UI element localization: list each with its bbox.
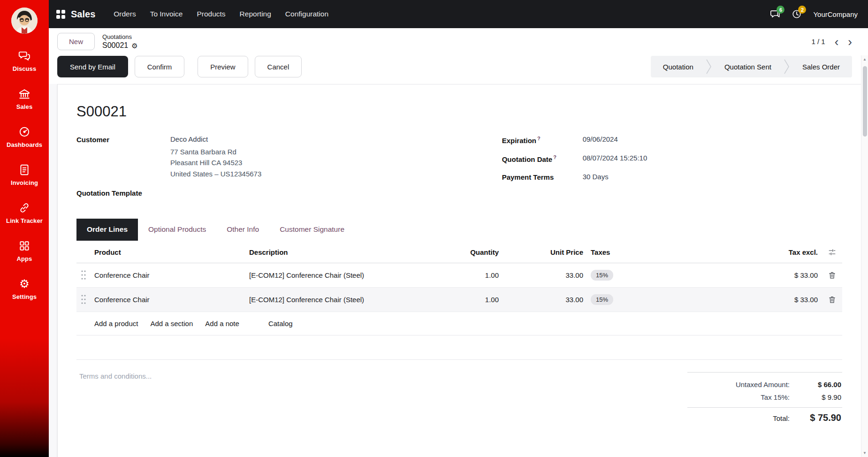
cell-product[interactable]: Conference Chair [91,289,245,310]
preview-button[interactable]: Preview [198,56,248,77]
invoicing-icon [18,164,30,176]
vertical-scrollbar[interactable]: ▲ ▼ [861,55,868,457]
scroll-up-icon[interactable]: ▲ [863,55,867,63]
status-arrow-icon [784,56,790,77]
order-line-row[interactable]: Conference Chair [E-COM12] Conference Ch… [76,288,842,312]
tax-label: Tax 15%: [761,393,790,401]
control-panel: New Quotations S00021 ⚙ 1 / 1 ‹ › Send b… [49,28,868,84]
help-icon: ? [537,136,541,141]
tax-badge[interactable]: 15% [591,294,613,305]
order-line-row[interactable]: Conference Chair [E-COM12] Conference Ch… [76,263,842,288]
user-avatar[interactable] [11,8,38,34]
delete-line-icon[interactable] [822,289,842,310]
quotation-date-label: Quotation Date? [502,154,583,163]
status-step-quotation-sent[interactable]: Quotation Sent [712,56,784,77]
app-brand[interactable]: Sales [71,9,95,20]
column-quantity[interactable]: Quantity [437,242,503,263]
address-line: United States – US12345673 [170,168,261,179]
quotation-date-value[interactable]: 08/07/2024 15:25:10 [583,154,647,163]
column-product[interactable]: Product [91,242,245,263]
payment-terms-value[interactable]: 30 Days [583,173,609,181]
sidebar-item-label: Apps [17,255,32,262]
section-separator [76,335,842,360]
activities-count-badge: 2 [798,6,806,14]
menu-products[interactable]: Products [191,6,230,23]
cell-quantity[interactable]: 1.00 [437,265,503,286]
breadcrumb: Quotations S00021 ⚙ [102,33,138,50]
status-step-sales-order[interactable]: Sales Order [790,56,852,77]
pager-prev-icon[interactable]: ‹ [835,37,839,46]
sidebar-item-label: Dashboards [7,141,42,148]
cell-unit-price[interactable]: 33.00 [503,265,587,286]
tab-order-lines[interactable]: Order Lines [76,219,138,241]
drag-handle-icon[interactable] [76,288,91,311]
column-unit-price[interactable]: Unit Price [503,242,587,263]
order-lines-table: Product Description Quantity Unit Price … [76,242,842,335]
expiration-value[interactable]: 09/06/2024 [583,135,618,145]
cancel-button[interactable]: Cancel [255,56,302,77]
add-a-section-link[interactable]: Add a section [150,320,193,328]
expiration-label: Expiration? [502,135,583,145]
cell-description[interactable]: [E-COM12] Conference Chair (Steel) [245,289,437,310]
breadcrumb-quotations[interactable]: Quotations [102,33,138,40]
sidebar-item-discuss[interactable]: Discuss [0,50,49,72]
terms-and-conditions-field[interactable]: Terms and conditions... [76,372,687,426]
status-step-quotation[interactable]: Quotation [651,56,706,77]
sidebar-item-link-tracker[interactable]: Link Tracker [0,202,49,224]
column-taxes[interactable]: Taxes [587,242,667,263]
add-a-note-link[interactable]: Add a note [205,320,239,328]
sidebar-item-apps[interactable]: Apps [0,240,49,262]
sidebar-item-dashboards[interactable]: Dashboards [0,126,49,148]
column-description[interactable]: Description [245,242,437,263]
menu-reporting[interactable]: Reporting [235,6,276,23]
scroll-down-icon[interactable]: ▼ [863,449,867,457]
sidebar-item-settings[interactable]: ⚙ Settings [0,278,49,300]
delete-line-icon[interactable] [822,265,842,286]
messages-count-badge: 6 [777,6,784,14]
record-pager: 1 / 1 ‹ › [811,37,852,46]
drag-handle-icon[interactable] [76,263,91,287]
messages-button[interactable]: 6 [770,9,780,19]
sidebar-item-sales[interactable]: Sales [0,88,49,110]
customer-name-link[interactable]: Deco Addict [170,135,261,143]
activities-button[interactable]: 2 [792,9,802,19]
tax-badge[interactable]: 15% [591,270,613,281]
customer-address: 77 Santa Barbara Rd Pleasant Hill CA 945… [170,146,261,179]
handle-column [76,245,91,259]
cell-description[interactable]: [E-COM12] Conference Chair (Steel) [245,265,437,286]
company-menu[interactable]: YourCompany [813,10,858,18]
catalog-link[interactable]: Catalog [268,320,293,328]
apps-menu-icon[interactable] [56,10,65,19]
scrollbar-thumb[interactable] [863,66,867,137]
table-footer-links: Add a product Add a section Add a note C… [76,312,842,335]
column-tax-excl[interactable]: Tax excl. [667,242,822,263]
add-a-product-link[interactable]: Add a product [94,320,138,328]
pager-next-icon[interactable]: › [848,37,852,46]
cell-subtotal: $ 33.00 [667,289,822,310]
tab-customer-signature[interactable]: Customer Signature [269,219,355,241]
address-line: Pleasant Hill CA 94523 [170,157,261,168]
form-sheet: S00021 Customer Deco Addict 77 Santa Bar… [57,84,861,457]
new-button[interactable]: New [57,33,95,50]
confirm-button[interactable]: Confirm [135,56,185,77]
cell-unit-price[interactable]: 33.00 [503,289,587,310]
sidebar-item-invoicing[interactable]: Invoicing [0,164,49,186]
status-bar: Quotation Quotation Sent Sales Order [651,56,852,77]
content-area: S00021 Customer Deco Addict 77 Santa Bar… [49,84,868,457]
action-buttons-row: Send by Email Confirm Preview Cancel Quo… [57,56,859,77]
menu-configuration[interactable]: Configuration [280,6,334,23]
tab-optional-products[interactable]: Optional Products [138,219,216,241]
cell-quantity[interactable]: 1.00 [437,289,503,310]
send-by-email-button[interactable]: Send by Email [57,56,128,77]
link-tracker-icon [18,202,30,214]
address-line: 77 Santa Barbara Rd [170,146,261,157]
sidebar-item-label: Discuss [13,65,37,72]
tab-other-info[interactable]: Other Info [216,219,269,241]
menu-orders[interactable]: Orders [108,6,141,23]
breadcrumb-row: New Quotations S00021 ⚙ 1 / 1 ‹ › [57,33,859,50]
optional-columns-icon[interactable] [822,242,842,263]
gear-icon[interactable]: ⚙ [131,42,137,49]
cell-product[interactable]: Conference Chair [91,265,245,286]
menu-to-invoice[interactable]: To Invoice [145,6,188,23]
cell-taxes: 15% [587,288,667,312]
